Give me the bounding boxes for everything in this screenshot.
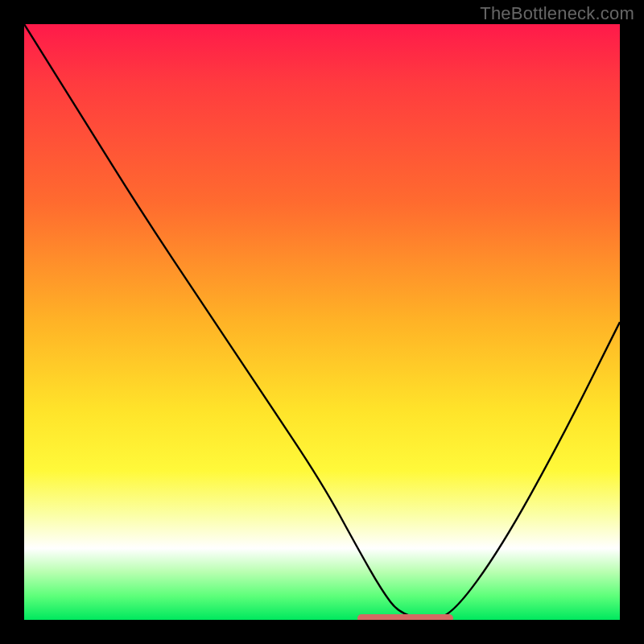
optimal-range-marker (357, 614, 452, 620)
plot-area (24, 24, 620, 620)
curve-layer (24, 24, 620, 620)
watermark-text: TheBottleneck.com (480, 3, 634, 24)
bottleneck-curve-path (24, 24, 620, 618)
chart-frame: TheBottleneck.com (0, 0, 644, 644)
